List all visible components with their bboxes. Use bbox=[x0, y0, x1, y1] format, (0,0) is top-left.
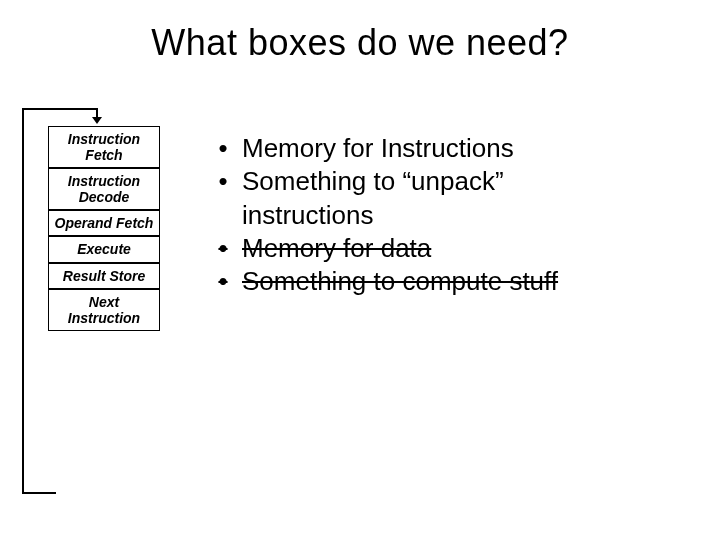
stage-operand-fetch: Operand Fetch bbox=[48, 210, 160, 236]
bullet-dot-icon: • bbox=[214, 265, 232, 298]
bullet-item: • Memory for data bbox=[214, 232, 558, 265]
stage-label: Result Store bbox=[63, 268, 145, 284]
bullet-dot-icon: • bbox=[214, 232, 232, 265]
loop-arrowhead bbox=[96, 108, 98, 118]
bullet-text-struck: Something to compute stuff bbox=[242, 265, 558, 298]
bullet-dot-icon: • bbox=[214, 165, 232, 198]
pipeline-flow: Instruction Fetch Instruction Decode Ope… bbox=[44, 126, 164, 331]
stage-label: Instruction Fetch bbox=[68, 131, 140, 163]
stage-label: Operand Fetch bbox=[55, 215, 154, 231]
bullet-item: • Memory for Instructions bbox=[214, 132, 558, 165]
stage-execute: Execute bbox=[48, 236, 160, 262]
stage-instruction-decode: Instruction Decode bbox=[48, 168, 160, 210]
bullet-text: instructions bbox=[242, 199, 374, 232]
bullet-item: • Something to “unpack” bbox=[214, 165, 558, 198]
bullet-list: • Memory for Instructions • Something to… bbox=[214, 132, 558, 298]
stage-label: Next Instruction bbox=[68, 294, 140, 326]
bullet-item-continuation: instructions bbox=[214, 199, 558, 232]
loop-line-top bbox=[22, 108, 98, 110]
stage-label: Execute bbox=[77, 241, 131, 257]
bullet-item: • Something to compute stuff bbox=[214, 265, 558, 298]
stage-result-store: Result Store bbox=[48, 263, 160, 289]
loop-line-vertical bbox=[22, 108, 24, 494]
bullet-text: Something to “unpack” bbox=[242, 165, 504, 198]
bullet-text-struck: Memory for data bbox=[242, 232, 431, 265]
loop-line-bottom bbox=[22, 492, 56, 494]
bullet-dot-icon: • bbox=[214, 132, 232, 165]
stage-next-instruction: Next Instruction bbox=[48, 289, 160, 331]
slide-title: What boxes do we need? bbox=[0, 22, 720, 64]
stage-label: Instruction Decode bbox=[68, 173, 140, 205]
bullet-text: Memory for Instructions bbox=[242, 132, 514, 165]
stage-instruction-fetch: Instruction Fetch bbox=[48, 126, 160, 168]
